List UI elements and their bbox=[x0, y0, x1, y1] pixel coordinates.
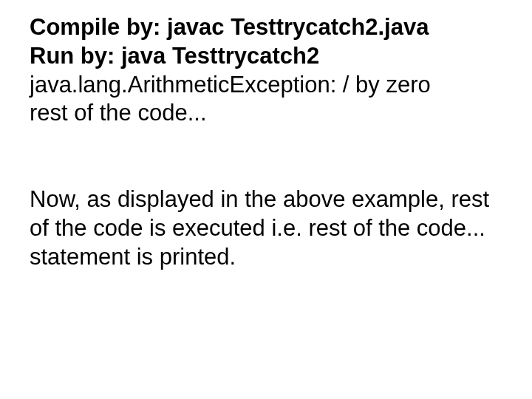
rest-of-code-line: rest of the code... bbox=[30, 99, 510, 128]
explanation-paragraph: Now, as displayed in the above example, … bbox=[30, 185, 510, 271]
compile-line: Compile by: javac Testtrycatch2.java bbox=[30, 13, 510, 42]
compile-label: Compile by: bbox=[30, 14, 160, 40]
code-output-block: Compile by: javac Testtrycatch2.java Run… bbox=[30, 13, 510, 128]
compile-value: javac Testtrycatch2.java bbox=[160, 14, 429, 40]
run-value: java Testtrycatch2 bbox=[115, 43, 319, 69]
exception-line: java.lang.ArithmeticException: / by zero bbox=[30, 71, 510, 100]
run-label: Run by: bbox=[30, 43, 115, 69]
explanation-text: Now, as displayed in the above example, … bbox=[30, 186, 489, 270]
run-line: Run by: java Testtrycatch2 bbox=[30, 42, 510, 71]
